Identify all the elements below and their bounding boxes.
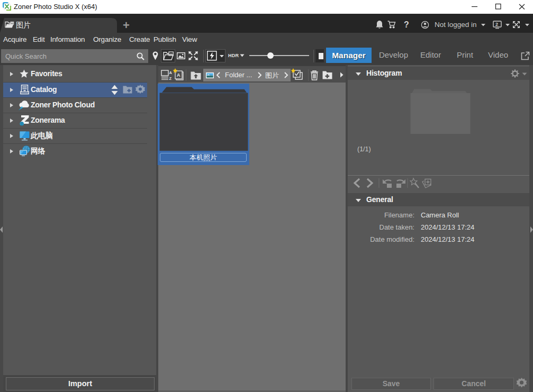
svg-text:?: ? — [404, 20, 409, 29]
svg-text:A: A — [169, 70, 173, 75]
svg-text:Z: Z — [169, 76, 172, 80]
svg-text:A: A — [177, 72, 180, 78]
svg-text:2: 2 — [495, 22, 498, 27]
